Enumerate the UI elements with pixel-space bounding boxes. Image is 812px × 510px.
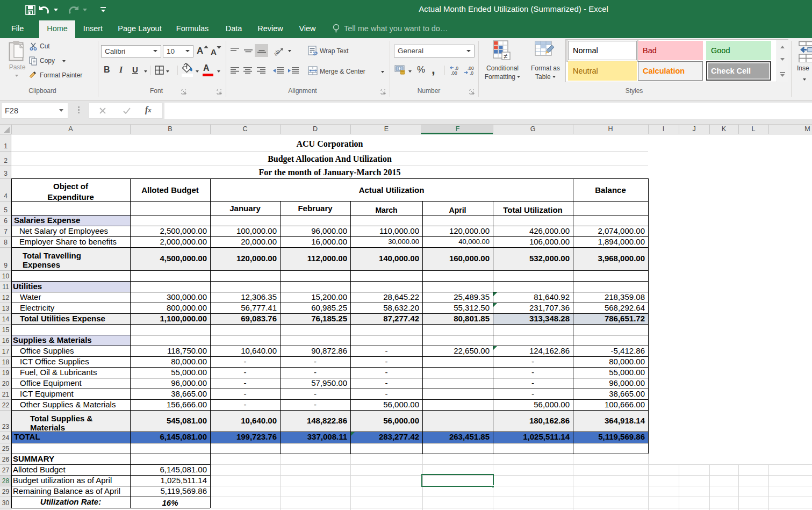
svg-text:.00: .00 xyxy=(451,70,457,75)
svg-text:≠: ≠ xyxy=(504,52,507,60)
svg-text:ab: ab xyxy=(274,48,281,57)
svg-text:.0: .0 xyxy=(470,70,473,75)
